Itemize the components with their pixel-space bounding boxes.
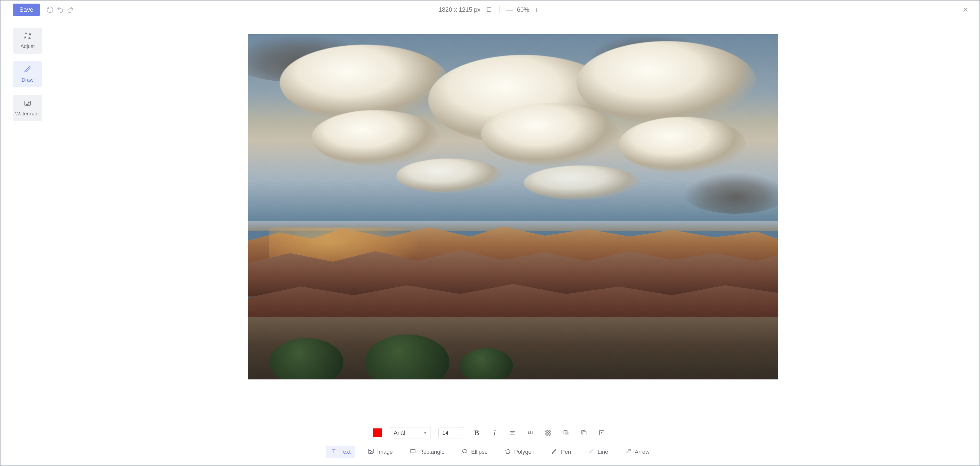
tool-label: Text xyxy=(340,448,350,455)
tool-label: Arrow xyxy=(635,448,649,455)
zoom-in-button[interactable]: ＋ xyxy=(532,6,542,13)
save-button[interactable]: Save xyxy=(13,3,40,16)
sidebar-item-draw[interactable]: Draw xyxy=(13,61,42,87)
close-icon[interactable]: ✕ xyxy=(961,4,970,16)
sidebar-item-watermark[interactable]: Watermark xyxy=(13,95,42,121)
svg-line-24 xyxy=(627,449,630,453)
svg-rect-20 xyxy=(410,450,415,453)
bottom-toolbar: Arial ▼ B I xyxy=(0,421,980,466)
svg-point-17 xyxy=(601,432,602,433)
chevron-down-icon: ▼ xyxy=(423,431,427,435)
watermark-icon xyxy=(24,99,32,108)
font-family-select[interactable]: Arial ▼ xyxy=(390,427,431,439)
position-button[interactable] xyxy=(597,428,607,438)
tool-label: Rectangle xyxy=(419,448,445,455)
crop-icon[interactable] xyxy=(484,5,494,15)
sidebar-item-adjust[interactable]: Adjust xyxy=(13,27,42,54)
zoom-level: 60% xyxy=(514,6,532,13)
tool-text[interactable]: Text xyxy=(326,445,355,458)
svg-point-21 xyxy=(463,450,467,453)
italic-button[interactable]: I xyxy=(490,428,500,438)
bold-button[interactable]: B xyxy=(472,428,482,438)
text-color-swatch[interactable] xyxy=(373,428,382,437)
sidebar-item-label: Draw xyxy=(22,77,34,83)
arrow-icon xyxy=(625,448,632,456)
text-spacing-button[interactable] xyxy=(525,428,535,438)
tool-label: Image xyxy=(377,448,393,455)
tool-rectangle[interactable]: Rectangle xyxy=(405,445,449,458)
tool-arrow[interactable]: Arrow xyxy=(620,445,654,458)
shadow-button[interactable] xyxy=(561,428,571,438)
ellipse-icon xyxy=(461,448,468,456)
canvas-dimensions: 1820 x 1215 px xyxy=(438,6,480,13)
canvas-status: 1820 x 1215 px — 60% ＋ xyxy=(438,5,541,15)
draw-icon xyxy=(24,65,32,75)
undo-icon[interactable] xyxy=(56,6,64,14)
pen-icon xyxy=(551,448,558,456)
opacity-button[interactable] xyxy=(543,428,553,438)
image-icon xyxy=(368,448,374,456)
svg-point-19 xyxy=(369,450,370,451)
redo-icon[interactable] xyxy=(67,6,74,14)
text-align-button[interactable] xyxy=(508,428,517,438)
sidebar-item-label: Watermark xyxy=(15,111,40,117)
svg-point-5 xyxy=(28,102,29,103)
svg-rect-14 xyxy=(582,431,585,434)
zoom-out-button[interactable]: — xyxy=(505,6,514,13)
tool-ellipse[interactable]: Ellipse xyxy=(457,445,492,458)
font-family-value: Arial xyxy=(394,429,405,436)
image-editor-window: Save 1820 x 1215 px — 60% ＋ ✕ xyxy=(0,0,980,466)
line-icon xyxy=(588,448,595,456)
tool-label: Ellipse xyxy=(471,448,488,455)
svg-line-23 xyxy=(589,449,593,453)
draw-tools-row: Text Image Rectangle Ellipse Polygon Pen xyxy=(326,445,654,458)
left-sidebar: Adjust Draw Watermark xyxy=(0,19,46,421)
top-toolbar: Save 1820 x 1215 px — 60% ＋ ✕ xyxy=(0,0,980,19)
main-area: Adjust Draw Watermark xyxy=(0,19,980,421)
polygon-icon xyxy=(504,448,511,456)
tool-line[interactable]: Line xyxy=(584,445,613,458)
svg-rect-4 xyxy=(26,103,28,104)
canvas-area xyxy=(46,19,980,421)
svg-marker-22 xyxy=(506,449,510,453)
adjust-icon xyxy=(24,32,32,41)
tool-label: Polygon xyxy=(514,448,535,455)
font-size-input[interactable] xyxy=(438,427,464,439)
svg-rect-18 xyxy=(368,449,373,453)
rectangle-icon xyxy=(410,448,416,456)
svg-rect-11 xyxy=(546,430,551,436)
text-options-row: Arial ▼ B I xyxy=(373,427,607,439)
tool-polygon[interactable]: Polygon xyxy=(500,445,539,458)
tool-image[interactable]: Image xyxy=(363,445,397,458)
tool-label: Line xyxy=(598,448,608,455)
sidebar-item-label: Adjust xyxy=(21,43,35,49)
tool-pen[interactable]: Pen xyxy=(547,445,576,458)
layer-order-button[interactable] xyxy=(579,428,589,438)
svg-rect-13 xyxy=(565,432,568,435)
svg-rect-0 xyxy=(487,8,491,11)
text-icon xyxy=(331,448,337,456)
tool-label: Pen xyxy=(561,448,571,455)
canvas-image[interactable] xyxy=(248,34,778,380)
reset-icon[interactable] xyxy=(46,6,54,14)
svg-rect-15 xyxy=(583,432,586,435)
